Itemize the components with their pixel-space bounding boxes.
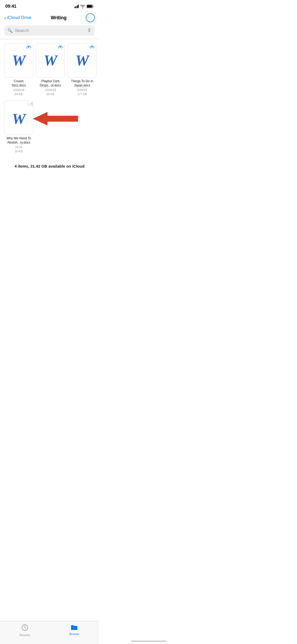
svg-rect-2 — [87, 5, 92, 8]
search-bar[interactable]: 🔍 Search 🎙 — [4, 25, 95, 36]
word-icon: W — [12, 111, 26, 127]
file-icon: W — [4, 43, 33, 78]
back-button[interactable]: ‹ iCloud Drive — [4, 15, 31, 20]
list-item[interactable]: W Playboi CartiDrops...ut.docx 10/26/189… — [36, 43, 65, 96]
back-chevron-icon: ‹ — [4, 15, 6, 20]
file-name: Why We Need ToAbolish...ry.docx — [7, 136, 31, 145]
list-item[interactable]: W Why We Need ToAbolish...ry.docx 14:261… — [4, 100, 33, 153]
cloud-upload-icon — [26, 45, 31, 50]
battery-icon — [87, 4, 94, 8]
back-label: iCloud Drive — [7, 15, 32, 20]
file-meta: 10/26/1895 KB — [45, 88, 56, 96]
word-icon: W — [12, 53, 26, 68]
file-meta: 14:2610 KB — [15, 145, 23, 153]
cloud-upload-icon — [58, 45, 63, 50]
file-name: Playboi CartiDrops...ut.docx — [40, 79, 61, 88]
cloud-upload-icon — [89, 45, 94, 50]
storage-info: 4 items, 31.42 GB available on iCloud — [0, 153, 99, 174]
navigation-header: ‹ iCloud Drive Writing ··· — [0, 11, 99, 25]
file-icon: W — [36, 43, 65, 78]
storage-info-text: 4 items, 31.42 GB available on iCloud — [15, 164, 84, 168]
list-item[interactable]: W Things To Do InJapan.docx 6/28/19177 K… — [68, 43, 97, 96]
search-container: 🔍 Search 🎙 — [0, 25, 99, 39]
status-bar: 09:41 — [0, 0, 99, 11]
status-time: 09:41 — [5, 4, 16, 9]
wifi-icon — [80, 5, 85, 8]
file-icon: W — [4, 100, 33, 135]
svg-rect-1 — [93, 6, 94, 7]
more-dots-icon: ··· — [88, 16, 92, 20]
signal-icon — [74, 4, 79, 8]
microphone-icon[interactable]: 🎙 — [87, 28, 92, 33]
status-icons — [74, 4, 94, 8]
page-title: Writing — [51, 15, 67, 21]
files-scroll-area: W CousinStizz.docx 10/26/1884 KB W Playb… — [0, 43, 99, 200]
file-name: CousinStizz.docx — [12, 79, 26, 88]
search-icon: 🔍 — [7, 28, 13, 33]
more-button[interactable]: ··· — [86, 13, 95, 22]
file-icon: W — [68, 43, 97, 78]
search-placeholder: Search — [15, 28, 85, 33]
files-grid: W CousinStizz.docx 10/26/1884 KB W Playb… — [0, 43, 99, 96]
file-meta: 6/28/19177 KB — [77, 88, 87, 96]
word-icon: W — [75, 53, 89, 68]
list-item[interactable]: W CousinStizz.docx 10/26/1884 KB — [4, 43, 33, 96]
section-divider — [0, 39, 99, 39]
word-icon: W — [44, 53, 57, 68]
file-name: Things To Do InJapan.docx — [71, 79, 93, 88]
arrow-annotation — [32, 111, 79, 128]
file-meta: 10/26/1884 KB — [13, 88, 25, 96]
files-row2: W Why We Need ToAbolish...ry.docx 14:261… — [0, 96, 99, 153]
svg-marker-3 — [33, 112, 78, 125]
